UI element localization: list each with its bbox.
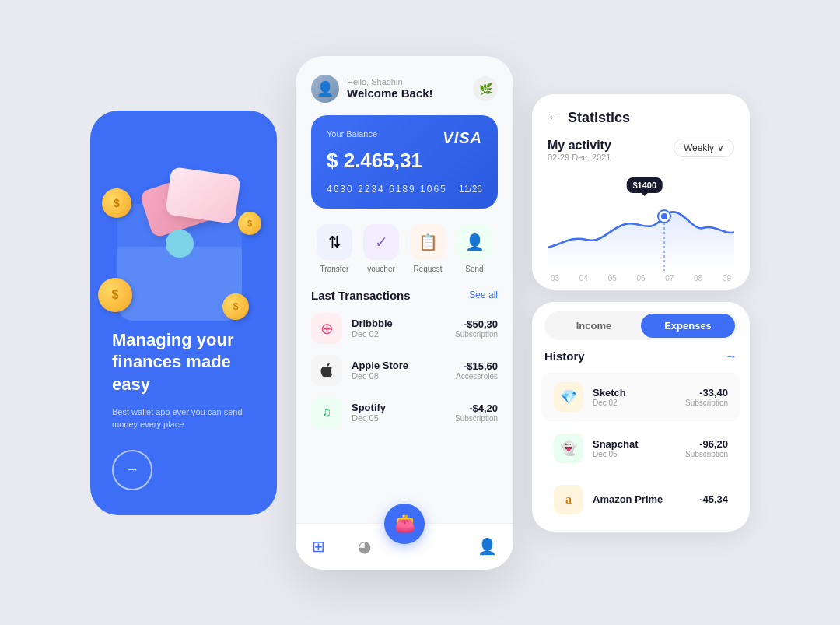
statistics-bottom: Income Expenses History → 💎 Sketch Dec 0… bbox=[532, 302, 750, 532]
period-selector[interactable]: Weekly ∨ bbox=[674, 139, 734, 157]
amazon-icon: a bbox=[554, 485, 583, 514]
label-07: 07 bbox=[665, 274, 674, 283]
transfer-label: Transfer bbox=[320, 265, 349, 273]
tab-expenses[interactable]: Expenses bbox=[641, 314, 735, 338]
notification-button[interactable]: 🌿 bbox=[473, 76, 498, 101]
request-icon: 📋 bbox=[410, 224, 446, 260]
tabs-row: Income Expenses bbox=[544, 311, 737, 340]
tx-spotify-info: Spotify Dec 05 bbox=[352, 402, 446, 423]
history-arrow-button[interactable]: → bbox=[725, 349, 737, 363]
tx-spotify-date: Dec 05 bbox=[352, 413, 446, 423]
transfer-icon: ⇅ bbox=[317, 224, 352, 260]
tx-dribbble-amount: -$50,30 Subscription bbox=[455, 318, 498, 339]
nav-chart-icon[interactable]: ◕ bbox=[358, 537, 371, 556]
history-sketch: 💎 Sketch Dec 02 -33,40 Subscription bbox=[541, 373, 740, 421]
action-transfer[interactable]: ⇅ Transfer bbox=[317, 224, 352, 273]
action-send[interactable]: 👤 Send bbox=[457, 224, 492, 273]
intro-subtitle: Best wallet app ever you can send money … bbox=[112, 406, 255, 431]
tx-apple-date: Dec 08 bbox=[352, 371, 446, 381]
tab-income[interactable]: Income bbox=[547, 314, 641, 338]
label-09: 09 bbox=[723, 274, 731, 283]
card-details: 4630 2234 6189 1065 11/26 bbox=[327, 184, 482, 195]
balance-label: Your Balance bbox=[327, 129, 377, 139]
transactions-title: Last Transactions bbox=[311, 289, 411, 302]
sketch-info: Sketch Dec 02 bbox=[593, 387, 676, 407]
stats-title: Statistics bbox=[568, 110, 630, 126]
nav-home-icon[interactable]: ⊞ bbox=[312, 537, 325, 556]
dashboard-screen: 👤 Hello, Shadhin Welcome Back! 🌿 Your Ba… bbox=[296, 56, 513, 570]
tx-dribbble-info: Dribbble Dec 02 bbox=[352, 318, 446, 339]
user-greeting-block: Hello, Shadhin Welcome Back! bbox=[347, 77, 433, 100]
amazon-name: Amazon Prime bbox=[593, 493, 690, 505]
tx-spotify-amount: -$4,20 Subscription bbox=[455, 402, 498, 423]
dashboard-header: 👤 Hello, Shadhin Welcome Back! 🌿 bbox=[311, 75, 498, 103]
back-button[interactable]: ← bbox=[548, 111, 560, 125]
tx-dribbble-name: Dribbble bbox=[352, 318, 446, 329]
history-snapchat: 👻 Snapchat Dec 05 -96,20 Subscription bbox=[541, 424, 740, 472]
card-number: 4630 2234 6189 1065 bbox=[327, 184, 447, 195]
chart-x-labels: 03 04 05 06 07 08 09 bbox=[548, 274, 734, 283]
transaction-dribbble: ⊕ Dribbble Dec 02 -$50,30 Subscription bbox=[311, 313, 498, 344]
voucher-label: voucher bbox=[367, 265, 395, 273]
activity-title: My activity bbox=[548, 139, 611, 153]
stats-header: ← Statistics bbox=[548, 110, 734, 126]
snapchat-date: Dec 05 bbox=[593, 450, 676, 458]
sketch-icon: 💎 bbox=[554, 382, 583, 412]
label-08: 08 bbox=[694, 274, 702, 283]
snapchat-name: Snapchat bbox=[593, 438, 676, 450]
visa-logo: VISA bbox=[443, 129, 482, 147]
chart-dot-inner bbox=[661, 213, 667, 219]
dribbble-icon: ⊕ bbox=[311, 313, 342, 344]
send-icon: 👤 bbox=[457, 224, 492, 260]
screens-container: $ $ $ $ Managing your finances made easy… bbox=[90, 56, 750, 570]
amazon-amount: -45,34 bbox=[699, 493, 728, 505]
spotify-icon: ♫ bbox=[311, 397, 342, 428]
line-chart-svg bbox=[548, 193, 734, 271]
activity-chart: $1400 bbox=[548, 174, 734, 268]
intro-title: Managing your finances made easy bbox=[112, 329, 255, 396]
welcome-text: Welcome Back! bbox=[347, 86, 433, 100]
greeting-text: Hello, Shadhin bbox=[347, 77, 433, 86]
request-label: Request bbox=[413, 265, 442, 273]
history-amazon: a Amazon Prime -45,34 bbox=[541, 476, 740, 522]
snapchat-amount: -96,20 Subscription bbox=[685, 438, 728, 458]
snapchat-icon: 👻 bbox=[554, 434, 583, 463]
dashboard-content: 👤 Hello, Shadhin Welcome Back! 🌿 Your Ba… bbox=[296, 56, 513, 523]
activity-title-block: My activity 02-29 Dec, 2021 bbox=[548, 139, 611, 171]
activity-date: 02-29 Dec, 2021 bbox=[548, 153, 611, 162]
period-label: Weekly bbox=[684, 142, 714, 153]
balance-amount: $ 2.465,31 bbox=[327, 149, 482, 173]
wallet-icon: 👛 bbox=[394, 514, 415, 534]
transactions-header: Last Transactions See all bbox=[311, 289, 498, 302]
activity-header: My activity 02-29 Dec, 2021 Weekly ∨ bbox=[548, 139, 734, 171]
action-request[interactable]: 📋 Request bbox=[410, 224, 446, 273]
avatar: 👤 bbox=[311, 75, 339, 103]
tx-spotify-name: Spotify bbox=[352, 402, 446, 413]
tx-apple-name: Apple Store bbox=[352, 360, 446, 371]
statistics-top: ← Statistics My activity 02-29 Dec, 2021… bbox=[532, 94, 750, 290]
nav-profile-icon[interactable]: 👤 bbox=[478, 537, 497, 556]
nav-wallet-fab[interactable]: 👛 bbox=[384, 504, 425, 544]
intro-content: Managing your finances made easy Best wa… bbox=[112, 329, 255, 490]
intro-screen: $ $ $ $ Managing your finances made easy… bbox=[90, 111, 277, 515]
voucher-icon: ✓ bbox=[363, 224, 399, 260]
sketch-date: Dec 02 bbox=[593, 399, 676, 407]
get-started-button[interactable]: → bbox=[112, 450, 152, 490]
balance-card: Your Balance VISA $ 2.465,31 4630 2234 6… bbox=[311, 115, 498, 209]
user-info: 👤 Hello, Shadhin Welcome Back! bbox=[311, 75, 433, 103]
sketch-amount: -33,40 Subscription bbox=[685, 387, 728, 407]
tx-dribbble-date: Dec 02 bbox=[352, 329, 446, 339]
action-voucher[interactable]: ✓ voucher bbox=[363, 224, 399, 273]
amazon-info: Amazon Prime bbox=[593, 493, 690, 505]
transaction-spotify: ♫ Spotify Dec 05 -$4,20 Subscription bbox=[311, 397, 498, 428]
tabs-container: Income Expenses bbox=[532, 302, 750, 340]
label-04: 04 bbox=[579, 274, 588, 283]
snapchat-info: Snapchat Dec 05 bbox=[593, 438, 676, 458]
label-05: 05 bbox=[608, 274, 617, 283]
see-all-button[interactable]: See all bbox=[469, 290, 498, 300]
bottom-nav: ⊞ ◕ 👤 👛 bbox=[296, 523, 513, 570]
history-title: History bbox=[544, 349, 585, 363]
label-06: 06 bbox=[636, 274, 645, 283]
statistics-screen: ← Statistics My activity 02-29 Dec, 2021… bbox=[532, 94, 750, 532]
apple-icon bbox=[311, 355, 342, 386]
